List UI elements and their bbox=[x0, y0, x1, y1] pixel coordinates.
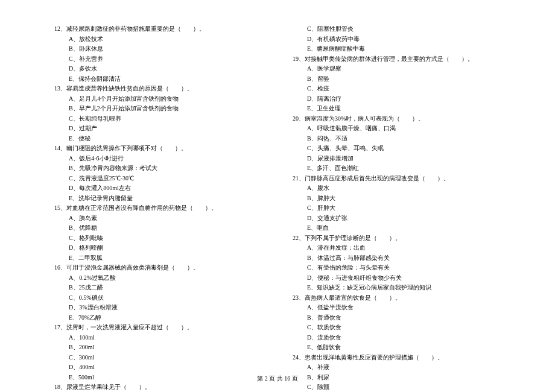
option-text: D、交通支扩张 bbox=[293, 213, 501, 224]
option-text: A、0.2%过氧乙酸 bbox=[54, 273, 262, 283]
question-block: 17、洗胃时，一次洗胃液灌入量应不超过（ ）。A、100mlB、200mlC、3… bbox=[54, 323, 262, 382]
option-text: C、除颤 bbox=[293, 382, 501, 392]
option-text: A、潜在并发症：出血 bbox=[293, 243, 501, 253]
question-block: 23、高热病人最适宜的饮食是（ ）。A、低盐半流饮食B、普通饮食C、软质饮食D、… bbox=[293, 293, 501, 353]
question-text: 13、容易造成营养性缺铁性贫血的原因是（ ）。 bbox=[54, 84, 262, 94]
option-text: C、长期纯母乳喂养 bbox=[54, 114, 262, 124]
option-text: E、多汗、面色潮红 bbox=[293, 163, 501, 174]
option-text: C、软质饮食 bbox=[293, 323, 501, 333]
option-text: B、闷热、不适 bbox=[293, 134, 501, 144]
option-text: A、饭后4-6小时进行 bbox=[54, 154, 262, 164]
option-text: E、呕血 bbox=[293, 223, 501, 233]
question-block: 16、可用于浸泡金属器械的高效类消毒剂是（ ）。A、0.2%过氧乙酸B、25戊二… bbox=[54, 263, 262, 323]
option-text: C、洗胃液温度25℃-30℃ bbox=[54, 174, 262, 184]
option-text: D、格列喹酮 bbox=[54, 243, 262, 253]
option-text: D、便秘：与进食粗纤维食物少有关 bbox=[293, 273, 501, 283]
option-text: C、格列吡嗪 bbox=[54, 233, 262, 244]
option-text: D、尿液排泄增加 bbox=[293, 154, 501, 164]
option-text: A、放松技术 bbox=[54, 34, 262, 45]
option-text: C、补充营养 bbox=[54, 54, 262, 65]
option-text: E、洗毕记录胃内潴留量 bbox=[54, 194, 262, 204]
left-column: 12、减轻尿路刺激征的非药物措施最重要的是（ ）。A、放松技术B、卧床休息C、补… bbox=[54, 24, 262, 392]
option-text: D、每次灌入800ml左右 bbox=[54, 183, 262, 194]
option-text: A、低盐半流饮食 bbox=[293, 303, 501, 313]
option-text: E、70%乙醇 bbox=[54, 313, 262, 323]
option-text: C、300ml bbox=[54, 353, 262, 363]
option-text: D、3%漂白粉溶液 bbox=[54, 303, 262, 313]
option-text: A、足月儿4个月开始添加富含铁剂的食物 bbox=[54, 94, 262, 104]
option-text: D、过期产 bbox=[54, 124, 262, 134]
option-text: A、腹水 bbox=[293, 183, 501, 194]
question-text: 16、可用于浸泡金属器械的高效类消毒剂是（ ）。 bbox=[54, 263, 262, 273]
question-block: 22、下列不属于护理诊断的是（ ）。A、潜在并发症：出血B、体温过高：与肺部感染… bbox=[293, 233, 501, 293]
option-text: B、体温过高：与肺部感染有关 bbox=[293, 253, 501, 264]
option-text: C、有受伤的危险：与头晕有关 bbox=[293, 263, 501, 273]
option-text: E、低脂饮食 bbox=[293, 343, 501, 353]
option-text: B、25戊二醛 bbox=[54, 283, 262, 293]
question-text: 20、病室湿度为30%时，病人可表现为（ ）。 bbox=[293, 114, 501, 124]
question-text: 18、尿液呈烂苹果味见于（ ）。 bbox=[54, 382, 262, 392]
option-text: B、卧床休息 bbox=[54, 44, 262, 54]
question-text: 21、门静脉高压症形成后首先出现的病理改变是（ ）。 bbox=[293, 174, 501, 184]
question-text: 24、患者出现洋地黄毒性反应首要的护理措施（ ）。 bbox=[293, 353, 501, 363]
question-block: 21、门静脉高压症形成后首先出现的病理改变是（ ）。A、腹水B、脾肿大C、肝肿大… bbox=[293, 174, 501, 233]
option-text: D、隔离治疗 bbox=[293, 94, 501, 104]
option-text: C、头痛、头晕、耳鸣、失眠 bbox=[293, 144, 501, 154]
question-text: 17、洗胃时，一次洗胃液灌入量应不超过（ ）。 bbox=[54, 323, 262, 333]
option-text: B、早产儿2个月开始添加富含铁剂的食物 bbox=[54, 104, 262, 114]
question-block: 12、减轻尿路刺激征的非药物措施最重要的是（ ）。A、放松技术B、卧床休息C、补… bbox=[54, 24, 262, 84]
question-text: 12、减轻尿路刺激征的非药物措施最重要的是（ ）。 bbox=[54, 24, 262, 34]
question-block: 20、病室湿度为30%时，病人可表现为（ ）。A、呼吸道黏膜干燥、咽痛、口渴B、… bbox=[293, 114, 501, 174]
question-text: 22、下列不属于护理诊断的是（ ）。 bbox=[293, 233, 501, 244]
question-text: 15、对血糖在正常范围者没有降血糖作用的药物是（ ）。 bbox=[54, 203, 262, 213]
option-text: A、医学观察 bbox=[293, 64, 501, 74]
question-block: 13、容易造成营养性缺铁性贫血的原因是（ ）。A、足月儿4个月开始添加富含铁剂的… bbox=[54, 84, 262, 144]
option-text: C、阻塞性胆管炎 bbox=[293, 24, 501, 34]
option-text: E、保持会阴部清洁 bbox=[54, 74, 262, 84]
question-text: 14、幽门梗阻的洗胃操作下列哪项不对（ ）。 bbox=[54, 144, 262, 154]
option-text: D、流质饮食 bbox=[293, 333, 501, 343]
option-text: C、0.5%碘伏 bbox=[54, 293, 262, 303]
option-text: A、100ml bbox=[54, 333, 262, 343]
option-text: E、便秘 bbox=[54, 134, 262, 144]
option-text: B、普通饮食 bbox=[293, 313, 501, 323]
question-text: 19、对接触甲类传染病的群体进行管理，最主要的方式是（ ）。 bbox=[293, 54, 501, 65]
option-text: E、卫生处理 bbox=[293, 104, 501, 114]
question-block: 15、对血糖在正常范围者没有降血糖作用的药物是（ ）。A、胰岛素B、优降糖C、格… bbox=[54, 203, 262, 263]
option-text: D、400ml bbox=[54, 362, 262, 373]
option-text: C、肝肿大 bbox=[293, 203, 501, 213]
option-text: A、补液 bbox=[293, 362, 501, 373]
right-column: C、阻塞性胆管炎D、有机磷农药中毒E、糖尿病酮症酸中毒19、对接触甲类传染病的群… bbox=[293, 24, 501, 392]
option-text: B、留验 bbox=[293, 74, 501, 84]
option-text: E、二甲双胍 bbox=[54, 253, 262, 264]
option-text: E、糖尿病酮症酸中毒 bbox=[293, 44, 501, 54]
option-text: B、脾肿大 bbox=[293, 194, 501, 204]
option-text: B、优降糖 bbox=[54, 223, 262, 233]
option-text: A、呼吸道黏膜干燥、咽痛、口渴 bbox=[293, 124, 501, 134]
question-block: 24、患者出现洋地黄毒性反应首要的护理措施（ ）。A、补液B、利尿C、除颤D、停… bbox=[293, 353, 501, 393]
option-text: A、胰岛素 bbox=[54, 213, 262, 224]
option-text: B、200ml bbox=[54, 343, 262, 353]
question-block: 19、对接触甲类传染病的群体进行管理，最主要的方式是（ ）。A、医学观察B、留验… bbox=[293, 54, 501, 114]
content-columns: 12、减轻尿路刺激征的非药物措施最重要的是（ ）。A、放松技术B、卧床休息C、补… bbox=[54, 24, 501, 392]
option-text: D、有机磷农药中毒 bbox=[293, 34, 501, 45]
option-text: D、多饮水 bbox=[54, 64, 262, 74]
option-text: B、先吸净胃内容物来源：考试大 bbox=[54, 163, 262, 174]
page-footer: 第 2 页 共 16 页 bbox=[0, 375, 555, 383]
option-text: C、检疫 bbox=[293, 84, 501, 94]
question-block: 18、尿液呈烂苹果味见于（ ）。A、肝昏迷B、泌尿道感染 bbox=[54, 382, 262, 392]
option-text: E、知识缺乏：缺乏冠心病居家自我护理的知识 bbox=[293, 283, 501, 293]
question-block: 14、幽门梗阻的洗胃操作下列哪项不对（ ）。A、饭后4-6小时进行B、先吸净胃内… bbox=[54, 144, 262, 203]
question-text: 23、高热病人最适宜的饮食是（ ）。 bbox=[293, 293, 501, 303]
